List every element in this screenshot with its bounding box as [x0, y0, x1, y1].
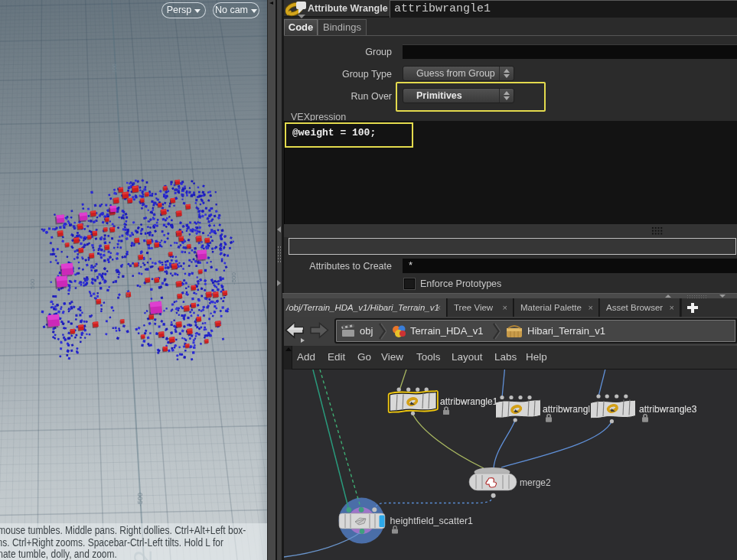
svg-text:-500: -500 [230, 272, 237, 285]
svg-text:100: 100 [112, 63, 117, 73]
svg-text:heightfield_scatter1: heightfield_scatter1 [390, 516, 473, 526]
svg-text:-250: -250 [124, 288, 129, 298]
svg-text:500: 500 [29, 278, 36, 289]
svg-text:-500: -500 [136, 493, 144, 506]
svg-text:merge2: merge2 [520, 477, 551, 488]
svg-text:attribwrangle1: attribwrangle1 [440, 396, 498, 407]
svg-text:0: 0 [116, 131, 122, 134]
svg-text:attribwrangle3: attribwrangle3 [639, 404, 697, 415]
